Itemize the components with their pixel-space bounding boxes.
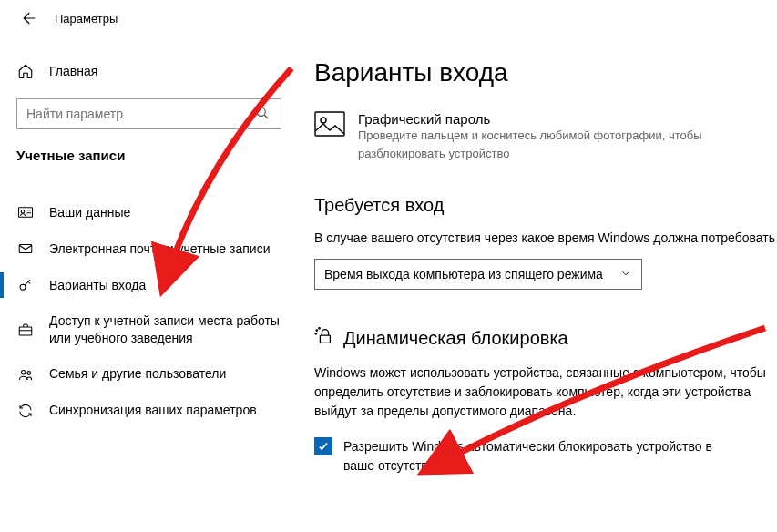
svg-point-11: [316, 330, 317, 331]
search-input-container[interactable]: [16, 98, 281, 129]
sidebar-item-sync[interactable]: Синхронизация ваших параметров: [0, 393, 298, 429]
sidebar-item-label: Варианты входа: [49, 277, 281, 294]
dynamic-lock-title-text: Динамическая блокировка: [343, 328, 568, 349]
svg-point-2: [21, 210, 24, 213]
dynamic-lock-desc: Windows может использовать устройства, с…: [314, 363, 777, 421]
svg-point-13: [315, 333, 316, 334]
sidebar-item-work-school[interactable]: Доступ к учетной записи места работы или…: [0, 303, 298, 356]
sidebar-item-label: Ваши данные: [49, 204, 281, 221]
svg-rect-8: [315, 112, 344, 136]
sidebar: Главная Учетные записи Ваши данные Элект…: [0, 36, 298, 532]
option-title: Графический пароль: [358, 111, 741, 127]
search-input[interactable]: [26, 107, 255, 121]
window-title: Параметры: [55, 12, 118, 26]
section-require-signin-title: Требуется вход: [314, 195, 777, 216]
svg-rect-3: [19, 245, 32, 253]
svg-point-4: [20, 284, 26, 290]
svg-point-9: [321, 118, 326, 123]
checkmark-icon: [317, 440, 330, 453]
dynamic-lock-checkbox-row[interactable]: Разрешить Windows автоматически блокиров…: [314, 437, 777, 476]
sidebar-item-your-info[interactable]: Ваши данные: [0, 194, 298, 230]
sidebar-home[interactable]: Главная: [0, 53, 298, 89]
svg-point-7: [27, 371, 31, 374]
people-icon: [16, 365, 35, 384]
page-title: Варианты входа: [314, 58, 777, 87]
sidebar-item-label: Семья и другие пользователи: [49, 365, 281, 383]
svg-point-6: [22, 370, 26, 374]
back-button[interactable]: [16, 7, 38, 29]
sidebar-item-label: Синхронизация ваших параметров: [49, 402, 281, 419]
checkbox-label: Разрешить Windows автоматически блокиров…: [343, 437, 744, 476]
key-icon: [16, 276, 35, 294]
sidebar-item-label: Электронная почта и учетные записи: [49, 240, 281, 258]
chevron-down-icon: [619, 267, 632, 282]
require-signin-desc: В случае вашего отсутствия через какое в…: [314, 229, 777, 248]
sidebar-item-label: Доступ к учетной записи места работы или…: [49, 312, 281, 347]
sidebar-item-signin-options[interactable]: Варианты входа: [0, 267, 298, 303]
svg-rect-10: [320, 335, 330, 343]
briefcase-icon: [16, 321, 35, 339]
svg-point-12: [319, 328, 320, 329]
sidebar-item-email-accounts[interactable]: Электронная почта и учетные записи: [0, 230, 298, 267]
id-card-icon: [16, 203, 35, 221]
dynamic-lock-icon: [314, 326, 334, 351]
sidebar-section-title: Учетные записи: [0, 142, 298, 179]
option-desc: Проведите пальцем и коснитесь любимой фо…: [358, 127, 741, 162]
svg-rect-5: [19, 327, 32, 335]
checkbox-checked[interactable]: [314, 437, 332, 455]
dropdown-label: Время выхода компьютера из спящего режим…: [324, 267, 619, 281]
search-icon: [255, 106, 271, 122]
sidebar-home-label: Главная: [49, 64, 97, 78]
home-icon: [16, 62, 35, 80]
sync-icon: [16, 402, 35, 420]
content-panel: Варианты входа Графический пароль Провед…: [298, 36, 777, 532]
arrow-left-icon: [19, 10, 36, 26]
section-dynamic-lock-title: Динамическая блокировка: [314, 326, 777, 351]
svg-point-0: [257, 107, 265, 116]
option-picture-password[interactable]: Графический пароль Проведите пальцем и к…: [314, 111, 777, 162]
sidebar-item-family[interactable]: Семья и другие пользователи: [0, 356, 298, 393]
picture-icon: [314, 111, 345, 137]
mail-icon: [16, 240, 35, 258]
require-signin-dropdown[interactable]: Время выхода компьютера из спящего режим…: [314, 259, 642, 290]
